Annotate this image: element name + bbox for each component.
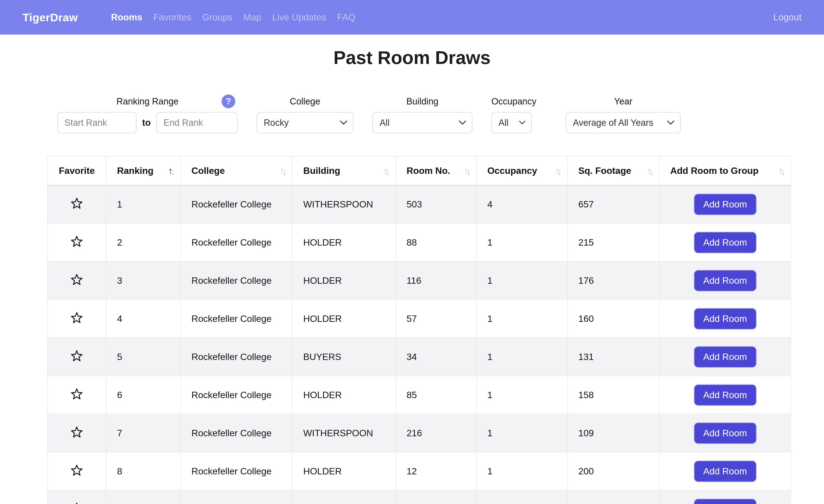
ranking-cell: 2 [106, 223, 181, 261]
add-room-button[interactable]: Add Room [694, 423, 756, 444]
end-rank-input[interactable] [157, 112, 238, 133]
college-cell: Rockefeller College [181, 223, 292, 261]
nav-item-map[interactable]: Map [243, 12, 261, 22]
year-label: Year [614, 96, 632, 106]
favorite-star-button[interactable] [70, 273, 83, 286]
sort-desc-icon: ↓ [557, 167, 562, 176]
sort-icon: ↑ ↓ [383, 165, 390, 176]
sort-icon: ↑ ↓ [168, 165, 175, 176]
sort-icon: ↑ ↓ [647, 165, 654, 176]
sort-icon: ↑ ↓ [555, 165, 562, 176]
table-row: Add Room [47, 490, 791, 504]
occupancy-cell: 1 [477, 299, 568, 338]
favorite-star-button[interactable] [70, 311, 83, 324]
occupancy-cell: 1 [477, 338, 568, 376]
occupancy-cell: 1 [477, 376, 568, 414]
column-header-sq-footage[interactable]: Sq. Footage ↑ ↓ [568, 156, 659, 185]
column-header-college[interactable]: College ↑ ↓ [181, 156, 292, 185]
ranking-cell: 7 [106, 414, 181, 452]
favorite-star-button[interactable] [70, 502, 83, 504]
table-row: 2 Rockefeller College HOLDER 88 1 215 Ad… [47, 223, 791, 261]
star-icon [70, 464, 83, 477]
sort-desc-icon: ↓ [781, 167, 786, 176]
nav-item-faq[interactable]: FAQ [337, 12, 355, 22]
add-room-button[interactable]: Add Room [694, 499, 756, 504]
star-icon [70, 387, 83, 400]
occupancy-cell: 4 [477, 185, 568, 223]
sort-desc-icon: ↓ [170, 167, 175, 176]
table-row: 7 Rockefeller College WITHERSPOON 216 1 … [47, 414, 791, 452]
star-icon [70, 311, 83, 324]
room-no-cell: 34 [396, 338, 477, 376]
occupancy-filter: Occupancy All [491, 96, 536, 133]
college-select[interactable]: Rocky [256, 112, 353, 133]
column-header-room-no[interactable]: Room No. ↑ ↓ [396, 156, 477, 185]
main-nav: Rooms Favorites Groups Map Live Updates … [111, 12, 355, 22]
college-cell: Rockefeller College [181, 376, 292, 414]
rooms-table: Favorite Ranking ↑ ↓ College ↑ ↓ [47, 156, 791, 504]
occupancy-select[interactable]: All [491, 112, 532, 133]
room-no-cell: 57 [396, 299, 477, 338]
building-cell: HOLDER [292, 223, 396, 261]
ranking-cell [106, 490, 181, 504]
room-no-cell: 12 [396, 452, 477, 490]
logout-link[interactable]: Logout [773, 12, 802, 22]
star-icon [70, 349, 83, 362]
sort-icon: ↑ ↓ [778, 165, 786, 176]
add-room-button[interactable]: Add Room [694, 194, 756, 215]
column-header-add-room-to-group[interactable]: Add Room to Group ↑ ↓ [659, 156, 791, 185]
occupancy-cell: 1 [477, 452, 568, 490]
add-room-button[interactable]: Add Room [694, 232, 756, 253]
college-cell: Rockefeller College [181, 414, 292, 452]
ranking-cell: 3 [106, 261, 181, 299]
add-room-button[interactable]: Add Room [694, 461, 756, 482]
add-room-button[interactable]: Add Room [694, 347, 756, 367]
table-row: 1 Rockefeller College WITHERSPOON 503 4 … [47, 185, 791, 223]
favorite-star-button[interactable] [70, 464, 83, 477]
nav-item-groups[interactable]: Groups [202, 12, 232, 22]
column-header-occupancy[interactable]: Occupancy ↑ ↓ [477, 156, 568, 185]
room-no-cell: 503 [396, 185, 477, 223]
favorite-star-button[interactable] [70, 387, 83, 400]
building-cell: HOLDER [292, 299, 396, 338]
nav-item-rooms[interactable]: Rooms [111, 12, 142, 22]
app-logo[interactable]: TigerDraw [22, 11, 78, 24]
star-icon [70, 197, 83, 210]
year-select[interactable]: Average of All Years [566, 112, 681, 133]
star-icon [70, 273, 83, 286]
table-row: 6 Rockefeller College HOLDER 85 1 158 Ad… [47, 376, 791, 414]
occupancy-cell: 1 [477, 414, 568, 452]
sq-footage-cell: 176 [568, 261, 659, 299]
sort-desc-icon: ↓ [466, 167, 471, 176]
occupancy-cell: 1 [477, 223, 568, 261]
ranking-cell: 4 [106, 299, 181, 338]
ranking-cell: 8 [106, 452, 181, 490]
favorite-star-button[interactable] [70, 349, 83, 362]
add-room-button[interactable]: Add Room [694, 385, 756, 405]
favorite-star-button[interactable] [70, 197, 83, 210]
favorite-star-button[interactable] [70, 425, 83, 438]
start-rank-input[interactable] [57, 112, 136, 133]
building-select[interactable]: All [373, 112, 473, 133]
add-room-button[interactable]: Add Room [694, 308, 756, 329]
room-no-cell: 116 [396, 261, 477, 299]
ranking-cell: 5 [106, 338, 181, 376]
column-header-building[interactable]: Building ↑ ↓ [292, 156, 396, 185]
table-row: 8 Rockefeller College HOLDER 12 1 200 Ad… [47, 452, 791, 490]
sq-footage-cell [568, 490, 659, 504]
room-no-cell: 216 [396, 414, 477, 452]
nav-item-favorites[interactable]: Favorites [153, 12, 191, 22]
occupancy-label: Occupancy [491, 96, 536, 106]
column-header-favorite: Favorite [47, 156, 106, 185]
favorite-star-button[interactable] [70, 235, 83, 248]
column-header-ranking[interactable]: Ranking ↑ ↓ [106, 156, 181, 185]
building-cell: HOLDER [292, 261, 396, 299]
sq-footage-cell: 200 [568, 452, 659, 490]
building-cell: HOLDER [292, 376, 396, 414]
building-cell: WITHERSPOON [292, 414, 396, 452]
add-room-button[interactable]: Add Room [694, 270, 756, 291]
help-icon[interactable]: ? [221, 95, 235, 108]
table-row: 3 Rockefeller College HOLDER 116 1 176 A… [47, 261, 791, 299]
to-label: to [142, 118, 151, 128]
nav-item-live-updates[interactable]: Live Updates [272, 12, 326, 22]
